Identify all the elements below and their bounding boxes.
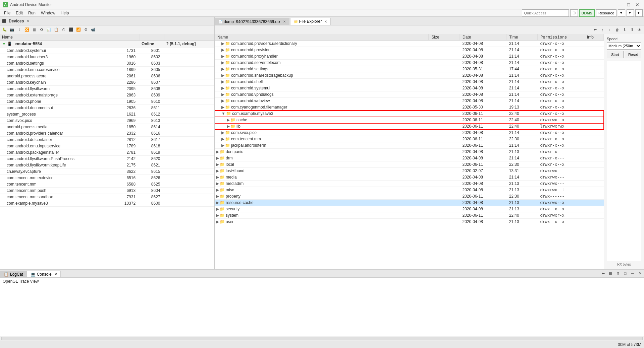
expand-icon[interactable]: ▶ [221,67,224,71]
file-row[interactable]: ▶📁property2020-06-1122:30drwx------ [215,193,604,200]
expand-icon[interactable]: ▶ [216,200,219,205]
menu-help[interactable]: Help [58,10,72,16]
menu-window[interactable]: Window [38,10,58,16]
file-row[interactable]: ▶📁com.android.proxyhandler2020-04-0821:1… [215,53,604,60]
toolbar-icon-btn-1[interactable]: ⊞ [570,9,578,17]
minimize-button[interactable]: ─ [616,1,624,8]
file-row[interactable]: ▶📁com.android.server.telecom2020-04-0821… [215,60,604,66]
horizontal-scrollbar[interactable] [0,336,644,341]
console-close[interactable]: ✕ [54,272,57,276]
toolbar-arrow-down-3[interactable]: ▾ [635,9,643,17]
devices-toolbar-alloc[interactable]: 📋 [53,26,60,33]
devices-table[interactable]: Name ▼ 📱 emulator-5554Online? [5.1.1, de… [0,34,214,269]
file-explorer-table[interactable]: Name Size Date Time Permissions Info ▶📁c… [215,34,604,269]
maximize-button[interactable]: □ [625,1,633,8]
expand-icon[interactable]: ▶ [216,213,219,218]
expand-icon[interactable]: ▶ [216,168,219,173]
bottom-toolbar-btn6[interactable]: ✕ [637,270,643,277]
file-row[interactable]: ▶📁com.android.webview2020-04-0821:14drwx… [215,98,604,104]
file-row[interactable]: ▶📁com.android.vpndialogs2020-04-0821:14d… [215,91,604,98]
file-row[interactable]: ▶📁com.android.sharedstoragebackup2020-04… [215,72,604,79]
devices-toolbar-screenshot[interactable]: 📷 [9,26,15,33]
device-process-row[interactable]: com.android.defcontainer28128617 [0,137,214,143]
file-toolbar-add[interactable]: + [606,26,613,33]
devices-toolbar-thread[interactable]: 🔀 [23,26,30,33]
menu-edit[interactable]: Edit [13,10,25,16]
expand-icon[interactable]: ▶ [221,79,224,84]
expand-icon[interactable]: ▶ [221,105,224,110]
device-process-row[interactable]: com.tencent.mm:exdevice65168626 [0,175,214,181]
expand-icon[interactable]: ▶ [216,149,219,154]
tab-file-explorer[interactable]: 📁 File Explorer ✕ [290,18,331,25]
expand-icon[interactable]: ▶ [221,98,224,103]
file-row[interactable]: ▶📁com.tencent.mm2020-06-1122:30drwxr-x--… [215,136,604,142]
expand-icon[interactable]: ▶ [216,162,219,167]
file-row[interactable]: ▶📁com.android.settings2020-05-3117:44drw… [215,66,604,72]
file-row[interactable]: ▶📁media2020-04-0821:14drwxrwx--- [215,174,604,181]
tab-logcat[interactable]: 📋 LogCat [0,271,27,277]
file-row[interactable]: ▶📁jackpal.androidterm2020-06-1121:14drwx… [215,142,604,149]
expand-icon[interactable]: ▶ [221,60,224,65]
device-process-row[interactable]: com.android.flysilkworm:PushProcess21428… [0,156,214,162]
device-process-row[interactable]: com.android.providers.calendar23328616 [0,130,214,137]
device-process-row[interactable]: cn.ieway.evcapture36228615 [0,168,214,175]
expand-icon[interactable]: ▶ [216,188,219,192]
bottom-toolbar-btn5[interactable]: ─ [629,270,636,277]
file-row[interactable]: ▶📁resource-cache2020-04-0821:13drwxrwx--… [215,200,604,206]
devices-toolbar-network[interactable]: 📶 [75,26,82,33]
device-process-row[interactable]: com.android.flysilkworm20958608 [0,86,214,92]
expand-icon[interactable]: ▶ [216,194,219,199]
expand-icon[interactable]: ▶ [216,175,219,180]
device-process-row[interactable]: com.tencent.mm:push69138604 [0,188,214,194]
file-row[interactable]: ▶📁mediadrm2020-04-0821:13drwxrwx--- [215,181,604,187]
file-toolbar-up[interactable]: ↑ [599,26,606,33]
speed-reset-btn[interactable]: Reset [625,51,642,58]
quick-access-input[interactable] [522,9,569,17]
device-process-row[interactable]: com.tencent.mm65888625 [0,181,214,188]
toolbar-arrow-down-2[interactable]: ▾ [627,9,634,17]
file-row[interactable]: ▶📁com.android.providers.userdictionary20… [215,41,604,47]
file-toolbar-view[interactable]: 👁 [636,26,643,33]
file-row[interactable]: ▶📁lost+found2020-02-0713:31drwxrwx--- [215,168,604,174]
expand-icon[interactable]: ▶ [227,118,230,122]
file-row[interactable]: ▶📁com.svox.pico2020-04-0821:14drwxr-x--x [215,130,604,136]
device-process-row[interactable]: com.android.settings30168603 [0,60,214,67]
tab-uix-close[interactable]: ✕ [283,20,286,23]
expand-icon[interactable]: ▶ [221,130,224,135]
device-process-row[interactable]: com.example.mysave3103728600 [0,200,214,207]
expand-icon[interactable]: ▶ [221,143,224,148]
expand-icon[interactable]: ▶ [221,73,224,78]
devices-panel-close[interactable]: ✕ [25,18,31,24]
device-process-row[interactable]: system_process16218612 [0,111,214,118]
file-row[interactable]: ▶📁local2020-06-1122:30drwxr-x--x [215,161,604,168]
devices-toolbar-method[interactable]: ⏱ [60,26,67,33]
bottom-toolbar-btn4[interactable]: □ [622,270,629,277]
resource-button[interactable]: Resource [596,9,616,17]
bottom-toolbar-btn3[interactable]: ⬆ [614,270,621,277]
file-row[interactable]: ▶📁lib2020-06-1122:40lrwxrwxrwx [215,123,604,130]
devices-toolbar-camera[interactable]: 📹 [90,26,97,33]
devices-toolbar-hprof[interactable]: 📊 [46,26,52,33]
devices-toolbar-heap[interactable]: ▦ [31,26,38,33]
expand-icon[interactable]: ▶ [221,41,224,46]
device-process-row[interactable]: com.svox.pico29698613 [0,118,214,124]
file-row[interactable]: ▶📁cache2020-06-1122:40drwxrwx--x [215,117,604,123]
expand-icon[interactable]: ▶ [216,181,219,186]
expand-icon[interactable]: ▶ [216,207,219,211]
devices-toolbar-stop[interactable]: ⬛ [68,26,74,33]
file-row[interactable]: ▶📁user2020-04-0821:13drwx--x--x [215,219,604,225]
device-process-row[interactable]: android.process.acore20618606 [0,73,214,79]
expand-icon[interactable]: ▶ [227,124,230,129]
expand-icon[interactable]: ▶ [221,54,224,59]
file-toolbar-transfer-in[interactable]: ⬇ [621,26,628,33]
device-process-row[interactable]: com.android.launcher319608602 [0,54,214,60]
expand-icon[interactable]: ▶ [221,48,224,52]
device-process-row[interactable]: com.android.emu.coreservice18998605 [0,67,214,73]
device-process-row[interactable]: android.process.media18508614 [0,124,214,130]
device-process-row[interactable]: com.android.externalstorage28638609 [0,92,214,98]
devices-toolbar-sys[interactable]: ⚙ [83,26,89,33]
menu-file[interactable]: File [1,10,13,16]
speed-start-btn[interactable]: Start [607,51,624,58]
expand-icon[interactable]: ▼ [221,111,225,116]
expand-icon[interactable]: ▶ [216,219,219,224]
